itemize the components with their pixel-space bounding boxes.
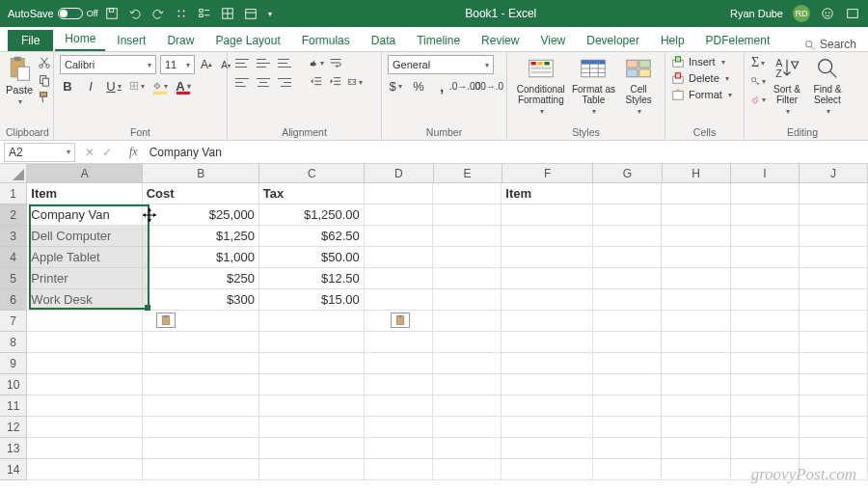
cell[interactable] — [800, 268, 868, 289]
format-painter-icon[interactable] — [37, 90, 52, 105]
cut-icon[interactable] — [37, 55, 52, 70]
cell[interactable]: $250 — [143, 268, 259, 289]
orientation-icon[interactable]: ab▾ — [309, 55, 324, 70]
cell[interactable]: Apple Tablet — [27, 247, 142, 268]
cell[interactable] — [259, 353, 365, 374]
cell[interactable]: $12.50 — [259, 268, 365, 289]
tab-formulas[interactable]: Formulas — [292, 30, 360, 51]
cell[interactable] — [662, 311, 730, 332]
cell[interactable] — [259, 332, 365, 353]
tab-timeline[interactable]: Timeline — [407, 30, 470, 51]
col-header-B[interactable]: B — [143, 164, 259, 183]
cell[interactable] — [502, 374, 593, 395]
indent-icon[interactable] — [328, 74, 343, 90]
cell[interactable] — [143, 459, 259, 480]
enter-formula-icon[interactable]: ✓ — [102, 146, 112, 159]
row-header[interactable]: 9 — [0, 353, 27, 374]
cell[interactable] — [800, 374, 868, 395]
cell[interactable] — [731, 289, 800, 311]
cell[interactable] — [433, 395, 502, 417]
cell[interactable] — [143, 332, 259, 353]
comma-icon[interactable]: , — [434, 78, 449, 94]
cell[interactable] — [365, 459, 433, 480]
cell[interactable] — [502, 268, 593, 289]
cell[interactable] — [662, 268, 730, 289]
cell[interactable]: $62.50 — [259, 226, 365, 247]
cell[interactable]: Item — [502, 183, 593, 204]
col-header-D[interactable]: D — [365, 164, 433, 183]
cell[interactable] — [731, 332, 800, 353]
delete-cells-button[interactable]: Delete▾ — [671, 71, 732, 85]
cell[interactable]: $1,250.00 — [259, 204, 365, 226]
cell[interactable] — [800, 395, 868, 417]
cell[interactable] — [502, 247, 593, 268]
cell[interactable] — [143, 374, 259, 395]
row-header[interactable]: 7 — [0, 311, 27, 332]
cell[interactable] — [731, 395, 800, 417]
cell[interactable] — [800, 204, 868, 226]
insert-cells-button[interactable]: Insert▾ — [671, 55, 732, 68]
cell[interactable] — [731, 247, 800, 268]
cell[interactable] — [143, 353, 259, 374]
cell[interactable] — [259, 459, 365, 480]
cell[interactable]: $50.00 — [259, 247, 365, 268]
cell[interactable] — [731, 438, 800, 459]
col-header-E[interactable]: E — [434, 164, 502, 183]
redo-icon[interactable] — [150, 6, 166, 21]
tab-pdfelement[interactable]: PDFelement — [696, 30, 780, 51]
row-header[interactable]: 8 — [0, 332, 27, 353]
conditional-formatting-button[interactable]: Conditional Formatting▾ — [513, 55, 569, 116]
cell[interactable] — [433, 459, 502, 480]
cell[interactable] — [27, 395, 142, 417]
cell[interactable] — [731, 374, 800, 395]
tab-view[interactable]: View — [530, 30, 575, 51]
cell[interactable] — [143, 395, 259, 417]
cell[interactable] — [662, 247, 730, 268]
clear-icon[interactable]: ▾ — [750, 92, 766, 107]
cell[interactable] — [143, 438, 259, 459]
cell[interactable] — [433, 438, 502, 459]
align-top-icon[interactable] — [233, 55, 251, 70]
cell[interactable] — [259, 438, 365, 459]
cell[interactable] — [662, 289, 730, 311]
copy-icon[interactable] — [37, 72, 52, 88]
qat-calendar-icon[interactable] — [243, 6, 258, 21]
cell[interactable] — [502, 395, 593, 417]
cell[interactable] — [27, 311, 142, 332]
cell[interactable] — [731, 353, 800, 374]
fx-icon[interactable]: fx — [122, 145, 146, 159]
cell[interactable] — [593, 395, 662, 417]
cell[interactable] — [593, 332, 662, 353]
cell[interactable] — [662, 438, 730, 459]
tab-home[interactable]: Home — [55, 28, 105, 51]
col-header-G[interactable]: G — [593, 164, 662, 183]
merge-center-icon[interactable]: ▾ — [347, 74, 363, 90]
cell[interactable] — [800, 226, 868, 247]
cell[interactable] — [593, 459, 662, 480]
select-all-corner[interactable] — [0, 164, 27, 183]
cell[interactable] — [502, 289, 593, 311]
cell[interactable] — [593, 438, 662, 459]
tab-insert[interactable]: Insert — [107, 30, 155, 51]
cell[interactable] — [662, 417, 730, 438]
cell[interactable] — [365, 204, 433, 226]
percent-icon[interactable]: % — [411, 78, 426, 94]
cell[interactable] — [800, 332, 868, 353]
search-box[interactable]: Search — [803, 38, 868, 51]
cell[interactable] — [143, 417, 259, 438]
paste-options-icon[interactable] — [391, 313, 410, 328]
cell[interactable] — [593, 353, 662, 374]
cell[interactable] — [800, 353, 868, 374]
fill-color-button[interactable]: ▾ — [152, 78, 168, 94]
cell[interactable] — [365, 374, 433, 395]
row-header[interactable]: 4 — [0, 247, 27, 268]
cell[interactable] — [731, 226, 800, 247]
cell[interactable] — [433, 204, 502, 226]
find-select-button[interactable]: Find & Select▾ — [808, 55, 847, 116]
cell[interactable] — [365, 438, 433, 459]
cell[interactable] — [502, 311, 593, 332]
cell[interactable] — [731, 417, 800, 438]
cell[interactable] — [365, 289, 433, 311]
cell[interactable] — [731, 311, 800, 332]
cell[interactable] — [502, 459, 593, 480]
